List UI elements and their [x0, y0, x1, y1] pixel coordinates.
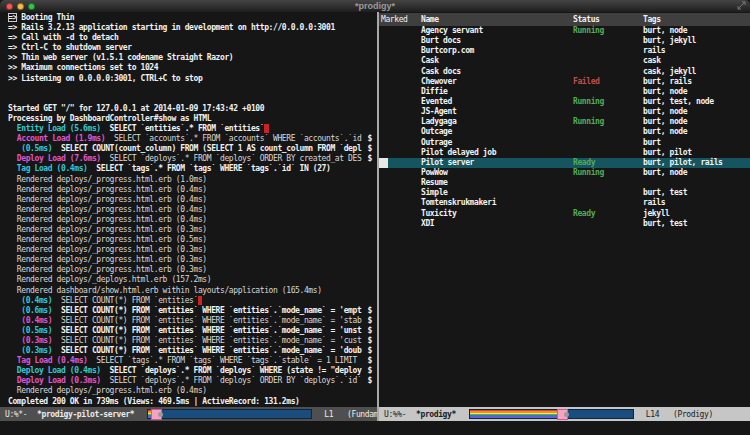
marked-cell — [379, 26, 421, 36]
process-row[interactable]: Resume — [379, 178, 750, 188]
marked-cell — [379, 158, 421, 168]
process-name: Cask — [421, 56, 573, 66]
process-status — [573, 46, 643, 56]
process-row[interactable]: LadygagaRunningburt, node — [379, 117, 750, 127]
process-status: Ready — [573, 158, 643, 168]
close-button[interactable] — [6, 3, 13, 10]
server-log-pane[interactable]: => Booting Thin=> Rails 3.2.13 applicati… — [0, 12, 377, 407]
log-text: Processing by DashboardController#show a… — [8, 114, 211, 123]
process-status — [573, 56, 643, 66]
process-row[interactable]: Agency servantRunningburt, node — [379, 26, 750, 36]
expand-icon[interactable] — [737, 1, 746, 12]
process-row[interactable]: EventedRunningburt, test, node — [379, 97, 750, 107]
process-row[interactable]: Diffieburt, node — [379, 87, 750, 97]
terminal-window: *prodigy* => Booting Thin=> Rails 3.2.13… — [0, 0, 750, 435]
log-line: Rendered deploys/_deploys.html.erb (157.… — [0, 275, 377, 285]
process-status: Ready — [573, 209, 643, 219]
process-status: Failed — [573, 77, 643, 87]
buffer-name: *prodigy* — [416, 410, 456, 419]
prodigy-pane[interactable]: Marked Name Status Tags Agency servantRu… — [379, 12, 750, 407]
log-text: Rendered deploys/_deploys.html.erb (157.… — [8, 275, 211, 284]
minibuffer[interactable] — [0, 421, 750, 435]
process-name: Outrage — [421, 138, 573, 148]
process-status — [573, 178, 643, 188]
minimize-button[interactable] — [17, 3, 24, 10]
log-text: (0.4ms) — [8, 316, 52, 325]
process-name: Pilot server — [421, 158, 573, 168]
marked-cell — [379, 67, 421, 77]
process-row[interactable]: Outcageburt, node — [379, 127, 750, 137]
log-text: SELECT COUNT(*) FROM `entities` WHERE `e… — [52, 326, 361, 335]
log-text: Tag Load (0.4ms) — [8, 164, 88, 173]
log-line: Rendered dashboard/show.html.erb within … — [0, 286, 377, 296]
process-row[interactable]: PowWowRunningburt, node — [379, 168, 750, 178]
process-table-body: Agency servantRunningburt, nodeBurt docs… — [379, 26, 750, 229]
log-line: Deploy Load (0.3ms) SELECT `deploys`.* F… — [0, 376, 377, 386]
process-status — [573, 198, 643, 208]
process-tags: cask — [643, 56, 750, 66]
column-header-name: Name — [421, 13, 573, 26]
log-text: Rendered deploys/_progress.html.erb (0.5… — [8, 235, 207, 244]
modeline-right: U:%%- *prodigy* L14 (Prodigy) — [379, 407, 750, 421]
process-tags: burt — [643, 138, 750, 148]
process-row[interactable]: JS-Agentburt, node — [379, 107, 750, 117]
process-row[interactable]: Caskcask — [379, 56, 750, 66]
process-name: XDI — [421, 219, 573, 229]
process-tags: burt, pilot, rails — [643, 158, 750, 168]
log-line — [0, 84, 377, 94]
process-row[interactable]: Outrageburt — [379, 138, 750, 148]
log-text: >> Maximum connections set to 1024 — [8, 63, 158, 72]
marked-cell — [379, 219, 421, 229]
log-text: (0.3ms) — [8, 336, 52, 345]
log-line: Tag Load (0.4ms) SELECT `tags`.* FROM `t… — [0, 356, 377, 366]
process-row[interactable]: ChewoverFailedburt, rails — [379, 77, 750, 87]
point-cursor-block — [379, 158, 388, 168]
log-line: Started GET "/" for 127.0.0.1 at 2014-01… — [0, 104, 377, 114]
process-row[interactable]: TuxicityReadyjekyll — [379, 209, 750, 219]
process-status — [573, 36, 643, 46]
process-row[interactable]: Tomtenskrukmakerirails — [379, 198, 750, 208]
log-text: Deploy Load (7.6ms) — [8, 154, 101, 163]
marked-cell — [379, 97, 421, 107]
log-line: Rendered deploys/_progress.html.erb (1.0… — [0, 175, 377, 185]
process-row[interactable]: Simpleburt, test — [379, 188, 750, 198]
process-row[interactable]: Pilot delayed jobburt, pilot — [379, 148, 750, 158]
log-text: => — [8, 13, 17, 22]
marked-cell — [379, 127, 421, 137]
process-row[interactable]: Burtcorp.comrails — [379, 46, 750, 56]
zoom-button[interactable] — [28, 3, 35, 10]
log-text: => Rails 3.2.13 application starting in … — [8, 23, 335, 32]
process-tags: burt, node — [643, 117, 750, 127]
log-line: Rendered deploys/_progress.html.erb (0.3… — [0, 265, 377, 275]
process-status — [573, 138, 643, 148]
process-status — [573, 219, 643, 229]
log-text: Started GET "/" for 127.0.0.1 at 2014-01… — [8, 104, 264, 113]
process-row[interactable]: Pilot serverReadyburt, pilot, rails — [379, 158, 750, 168]
process-status — [573, 107, 643, 117]
process-name: Agency servant — [421, 26, 573, 36]
log-line: => Rails 3.2.13 application starting in … — [0, 23, 377, 33]
truncation-indicator: $ — [368, 326, 372, 336]
process-tags: burt, test — [643, 188, 750, 198]
marked-cell — [379, 138, 421, 148]
process-row[interactable]: XDIburt, test — [379, 219, 750, 229]
nyan-progress-bar — [147, 409, 312, 419]
buffer-name: *prodigy-pilot-server* — [37, 410, 134, 419]
log-line: Rendered deploys/_progress.html.erb (0.4… — [0, 386, 377, 396]
red-cursor-block — [198, 296, 202, 305]
log-line: Entity Load (5.6ms) SELECT `entities`.* … — [0, 124, 377, 134]
log-text: => Call with -d to detach — [8, 33, 118, 42]
process-tags: rails — [643, 46, 750, 56]
process-name: Diffie — [421, 87, 573, 97]
process-name: Tomtenskrukmakeri — [421, 198, 573, 208]
log-text: => Ctrl-C to shutdown server — [8, 43, 132, 52]
log-line: Rendered deploys/_progress.html.erb (0.5… — [0, 235, 377, 245]
modelines: U:%*- *prodigy-pilot-server* L1 (Fundame… — [0, 407, 750, 421]
log-text: SELECT `tags`.* FROM `tags` WHERE `tags`… — [88, 356, 357, 365]
process-status — [573, 188, 643, 198]
process-row[interactable]: Burt docsburt, jekyll — [379, 36, 750, 46]
process-name: Outcage — [421, 127, 573, 137]
process-row[interactable]: Cask docscask, jekyll — [379, 67, 750, 77]
log-line: => Ctrl-C to shutdown server — [0, 43, 377, 53]
truncation-indicator: $ — [368, 154, 372, 164]
